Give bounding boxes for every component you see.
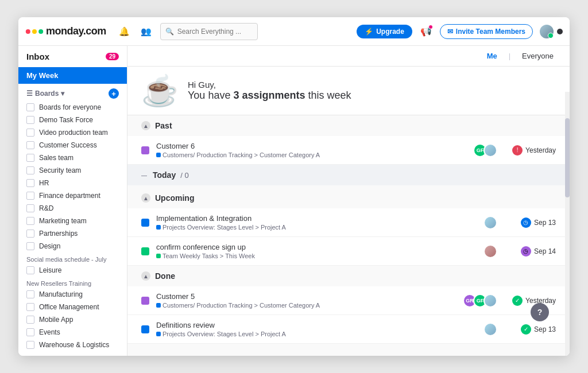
- task-avatar: [483, 143, 497, 157]
- scrollbar-track[interactable]: [565, 92, 570, 356]
- notifications-bell-icon[interactable]: 🔔: [117, 24, 133, 40]
- board-checkbox[interactable]: [26, 230, 34, 238]
- boards-list: Boards for everyone Demo Task Force Vide…: [18, 101, 127, 252]
- topbar: monday.com 🔔 👥 🔍 ⚡ Upgrade 📢 ✉ Invite Te…: [18, 17, 570, 46]
- board-item-leisure[interactable]: Leisure: [18, 264, 127, 277]
- board-checkbox[interactable]: [26, 204, 34, 212]
- task-row[interactable]: Customer 5 Customers/ Production Trackin…: [127, 286, 570, 315]
- task-date: ! Yesterday: [504, 145, 556, 156]
- svg-point-2: [38, 29, 43, 34]
- task-date: ◷ Sep 14: [504, 246, 556, 257]
- invite-button[interactable]: ✉ Invite Team Members: [440, 24, 533, 39]
- board-checkbox[interactable]: [26, 266, 34, 274]
- task-row[interactable]: Definitions review Projects Overview: St…: [127, 315, 570, 344]
- task-avatars: GF: [473, 143, 497, 157]
- board-item-warehouse[interactable]: Warehouse & Logistics: [18, 339, 127, 351]
- welcome-assignments: You have 3 assignments this week: [188, 90, 351, 102]
- task-breadcrumb: Customers/ Production Tracking > Custome…: [156, 151, 466, 158]
- task-board-icon: [141, 325, 149, 333]
- user-avatar[interactable]: [539, 24, 555, 40]
- board-checkbox[interactable]: [26, 217, 34, 225]
- task-date: ✓ Sep 13: [504, 324, 556, 335]
- task-avatars: [483, 323, 497, 336]
- search-input[interactable]: [177, 28, 253, 36]
- people-icon[interactable]: 👥: [138, 24, 154, 40]
- task-breadcrumb: Projects Overview: Stages Level > Projec…: [156, 331, 477, 337]
- task-info: confirm conference sign up Team Weekly T…: [156, 243, 477, 259]
- board-checkbox[interactable]: [26, 290, 34, 298]
- task-info: Definitions review Projects Overview: St…: [156, 321, 477, 337]
- task-breadcrumb: Team Weekly Tasks > This Week: [156, 252, 477, 259]
- date-icon: ✓: [512, 296, 523, 306]
- board-checkbox[interactable]: [26, 154, 34, 162]
- task-avatars: GR GF: [463, 294, 497, 308]
- boards-add-button[interactable]: +: [109, 88, 119, 99]
- search-icon: 🔍: [165, 28, 174, 36]
- board-checkbox[interactable]: [26, 192, 34, 200]
- section-done-header[interactable]: ▲ Done: [127, 266, 570, 286]
- board-checkbox[interactable]: [26, 328, 34, 336]
- board-item-9[interactable]: Marketing team: [18, 215, 127, 227]
- section-upcoming-header[interactable]: ▲ Upcoming: [127, 188, 570, 208]
- board-checkbox[interactable]: [26, 141, 34, 149]
- board-checkbox[interactable]: [26, 103, 34, 111]
- board-checkbox[interactable]: [26, 116, 34, 124]
- section-done-title: Done: [155, 271, 175, 281]
- board-item-11[interactable]: Design: [18, 240, 127, 252]
- task-board-icon: [141, 297, 149, 305]
- help-button[interactable]: ?: [531, 303, 549, 321]
- filter-everyone-button[interactable]: Everyone: [517, 49, 558, 63]
- board-item-6[interactable]: HR: [18, 177, 127, 189]
- board-checkbox[interactable]: [26, 242, 34, 250]
- announcement-icon[interactable]: 📢: [418, 24, 434, 40]
- board-item-7[interactable]: Finance department: [18, 189, 127, 202]
- task-board-icon: [141, 247, 149, 255]
- board-item-mobile[interactable]: Mobile App: [18, 313, 127, 326]
- board-item-0[interactable]: Boards for everyone: [18, 101, 127, 114]
- upgrade-icon: ⚡: [365, 28, 373, 36]
- logo-text: monday.com: [46, 25, 106, 37]
- board-item-manufacturing[interactable]: Manufacturing: [18, 288, 127, 301]
- task-row[interactable]: Customer 6 Customers/ Production Trackin…: [127, 136, 570, 165]
- sidebar-myweek[interactable]: My Week: [18, 67, 127, 84]
- task-row[interactable]: Implementation & Integration Projects Ov…: [127, 208, 570, 237]
- user-avatar-group[interactable]: [539, 24, 563, 40]
- user-status-dot: [557, 29, 563, 34]
- boards-header[interactable]: ☰ Boards ▾ +: [18, 84, 127, 101]
- board-item-2[interactable]: Video production team: [18, 126, 127, 139]
- invite-icon: ✉: [447, 28, 453, 36]
- scrollbar-thumb[interactable]: [565, 118, 570, 197]
- board-item-8[interactable]: R&D: [18, 202, 127, 215]
- board-item-office[interactable]: Office Management: [18, 301, 127, 313]
- section-today-header[interactable]: — Today / 0: [127, 165, 570, 185]
- board-checkbox[interactable]: [26, 341, 34, 349]
- board-checkbox[interactable]: [26, 129, 34, 137]
- content-scroll[interactable]: ▲ Past Customer 6 Customers/ Production …: [127, 115, 570, 356]
- board-item-events[interactable]: Events: [18, 326, 127, 339]
- section-social-label: Social media schedule - July: [18, 252, 127, 264]
- board-checkbox[interactable]: [26, 179, 34, 187]
- task-avatar: [483, 294, 497, 308]
- task-row[interactable]: confirm conference sign up Team Weekly T…: [127, 237, 570, 266]
- board-item-5[interactable]: Security team: [18, 164, 127, 177]
- board-item-4[interactable]: Sales team: [18, 151, 127, 164]
- search-bar[interactable]: 🔍: [160, 23, 258, 40]
- filter-me-button[interactable]: Me: [482, 49, 502, 63]
- task-date: ✓ Yesterday: [504, 296, 556, 306]
- board-checkbox[interactable]: [26, 166, 34, 174]
- logo[interactable]: monday.com: [25, 25, 106, 37]
- board-item-1[interactable]: Demo Task Force: [18, 114, 127, 126]
- board-checkbox[interactable]: [26, 303, 34, 311]
- sidebar-inbox[interactable]: Inbox 29: [18, 46, 127, 67]
- board-item-3[interactable]: Customer Success: [18, 139, 127, 151]
- breadcrumb-dot: [156, 303, 161, 308]
- date-icon: !: [512, 145, 523, 156]
- board-checkbox[interactable]: [26, 316, 34, 324]
- task-breadcrumb: Projects Overview: Stages Level > Projec…: [156, 224, 477, 231]
- svg-point-0: [26, 29, 30, 34]
- content-filter-bar: Me | Everyone: [127, 46, 570, 67]
- section-past-header[interactable]: ▲ Past: [127, 115, 570, 136]
- board-item-10[interactable]: Partnerships: [18, 227, 127, 240]
- date-label: Yesterday: [525, 146, 556, 154]
- upgrade-button[interactable]: ⚡ Upgrade: [357, 25, 412, 38]
